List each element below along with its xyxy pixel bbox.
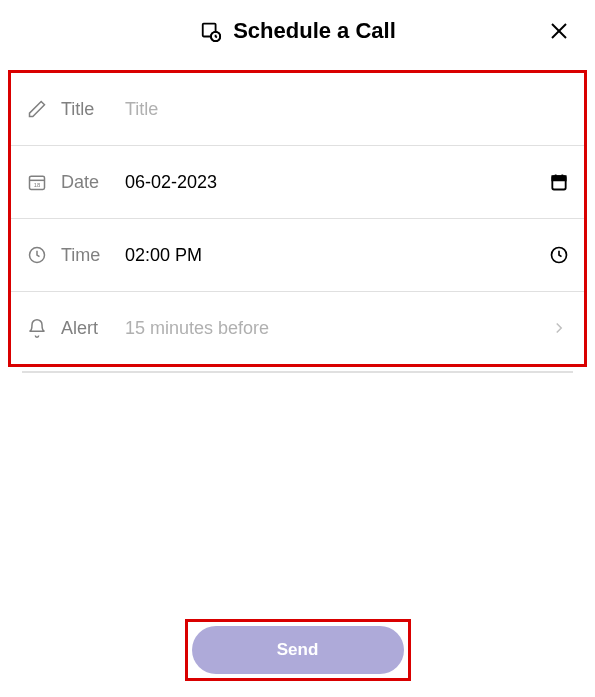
calendar-clock-icon	[199, 19, 223, 43]
date-label: Date	[61, 172, 125, 193]
date-value: 06-02-2023	[125, 172, 548, 193]
form-container: Title 18 Date 06-02-2023	[8, 70, 587, 367]
date-row[interactable]: 18 Date 06-02-2023	[11, 146, 584, 219]
header-title-group: Schedule a Call	[199, 18, 396, 44]
alert-value: 15 minutes before	[125, 318, 548, 339]
time-value: 02:00 PM	[125, 245, 548, 266]
time-label: Time	[61, 245, 125, 266]
time-row[interactable]: Time 02:00 PM	[11, 219, 584, 292]
send-button-highlight: Send	[185, 619, 411, 681]
time-picker-icon[interactable]	[548, 244, 570, 266]
title-row[interactable]: Title	[11, 73, 584, 146]
modal-header: Schedule a Call	[0, 0, 595, 62]
pencil-icon	[25, 97, 49, 121]
close-button[interactable]	[547, 19, 571, 43]
divider	[22, 371, 573, 373]
send-button[interactable]: Send	[192, 626, 404, 674]
calendar-icon: 18	[25, 170, 49, 194]
alert-row[interactable]: Alert 15 minutes before	[11, 292, 584, 364]
date-picker-icon[interactable]	[548, 171, 570, 193]
title-input[interactable]	[125, 99, 570, 120]
close-icon	[550, 22, 568, 40]
page-title: Schedule a Call	[233, 18, 396, 44]
chevron-right-icon	[548, 317, 570, 339]
bell-icon	[25, 316, 49, 340]
svg-rect-9	[552, 176, 565, 180]
title-label: Title	[61, 99, 125, 120]
clock-icon	[25, 243, 49, 267]
svg-text:18: 18	[34, 182, 40, 188]
alert-label: Alert	[61, 318, 125, 339]
